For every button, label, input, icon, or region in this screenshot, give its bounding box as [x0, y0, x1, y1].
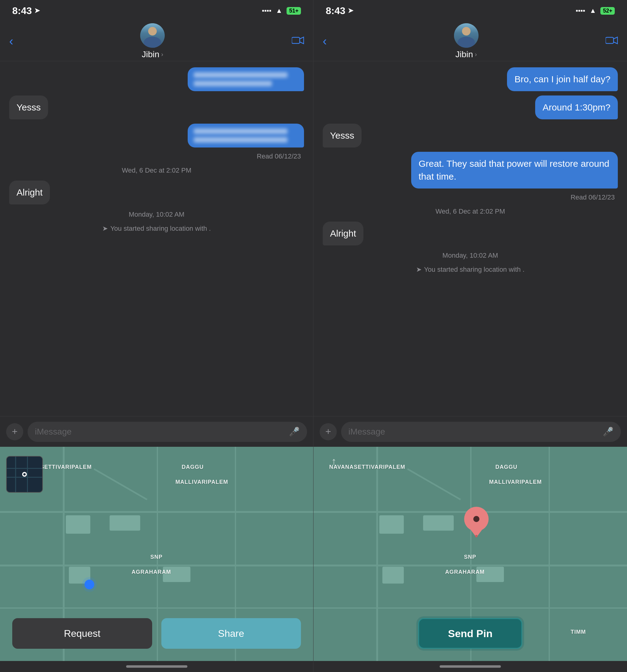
plus-button-left[interactable]: +	[6, 423, 23, 440]
map-area-left: NAVANASETTIVARIPALEM DAGGU MALLIVARIPALE…	[0, 447, 313, 661]
map-label-timm-r: TIMM	[571, 629, 586, 635]
status-bar-right: 8:43 ➤ ▪▪▪▪ ▲ 52+	[314, 0, 627, 21]
video-button-left[interactable]	[292, 35, 304, 48]
battery-left: 51+	[286, 7, 301, 15]
left-panel: 8:43 ➤ ▪▪▪▪ ▲ 51+ ‹ Jibin	[0, 0, 314, 672]
nav-bar-left: ‹ Jibin ›	[0, 21, 313, 61]
alright-bubble-right: Alright	[323, 221, 364, 245]
nav-center-left: Jibin ›	[140, 23, 165, 59]
message-row	[9, 124, 304, 147]
map-thumbnail-left[interactable]	[6, 456, 43, 493]
signal-icon-right: ▪▪▪▪	[576, 7, 585, 15]
video-button-right[interactable]	[606, 35, 618, 48]
back-button-right[interactable]: ‹	[323, 34, 327, 48]
svg-rect-8	[606, 37, 613, 44]
map-buttons-left: Request Share	[0, 618, 313, 649]
blurred-bubble	[188, 67, 304, 91]
input-placeholder-right: iMessage	[348, 427, 385, 437]
location-notice: ➤ You started sharing location with .	[9, 224, 304, 233]
plus-button-right[interactable]: +	[320, 423, 337, 440]
status-time-left: 8:43 ➤	[12, 5, 40, 17]
message-row: Yesss	[9, 95, 304, 119]
map-label-malli-r: MALLIVARIPALEM	[489, 479, 541, 485]
contact-name-left[interactable]: Jibin	[142, 50, 160, 59]
send-pin-wrapper: Send Pin	[418, 618, 522, 649]
home-bar	[440, 665, 501, 668]
message-bubble: Bro, can I join half day?	[507, 67, 618, 91]
svg-rect-0	[292, 37, 300, 44]
message-row: Bro, can I join half day?	[323, 67, 618, 91]
blur-line	[194, 81, 272, 86]
avatar-image-right	[454, 23, 479, 48]
map-block	[382, 567, 404, 583]
message-row	[9, 67, 304, 91]
map-block	[423, 515, 454, 531]
avatar-image-left	[140, 23, 165, 48]
blurred-bubble	[188, 124, 304, 147]
status-time-right: 8:43 ➤	[326, 5, 353, 17]
map-label-agra-r: AGRAHARAM	[445, 569, 485, 575]
input-placeholder-left: iMessage	[35, 427, 72, 437]
map-label-snp: SNP	[150, 554, 163, 560]
home-indicator-right	[314, 661, 627, 672]
timestamp: Monday, 10:02 AM	[9, 211, 304, 218]
input-bar-right: + iMessage 🎤	[314, 416, 627, 447]
request-button[interactable]: Request	[12, 618, 152, 649]
svg-point-7	[23, 473, 26, 476]
message-row: Alright	[9, 181, 304, 205]
wifi-icon: ▲	[276, 7, 283, 15]
map-label-navanasetti-r: NAVANASETTIVARIPALEM	[329, 464, 405, 470]
location-arrow-small-icon: ➤	[102, 224, 108, 233]
location-arrow-small-icon-right: ➤	[416, 266, 422, 273]
status-icons-left: ▪▪▪▪ ▲ 51+	[262, 7, 301, 15]
contact-name-right[interactable]: Jibin	[456, 50, 473, 59]
thumbnail-inner	[7, 457, 42, 492]
imessage-input-right[interactable]: iMessage 🎤	[341, 422, 621, 442]
location-notice-right: ➤ You started sharing location with .	[323, 266, 618, 273]
mic-icon-left[interactable]: 🎤	[289, 427, 300, 437]
message-row: Yesss	[323, 124, 618, 147]
read-receipt-left: Read 06/12/23	[9, 152, 304, 160]
map-label-daggu-r: DAGGU	[495, 464, 517, 470]
navigation-arrow-icon: ↑	[331, 455, 336, 467]
imessage-input-left[interactable]: iMessage 🎤	[27, 422, 307, 442]
avatar-left[interactable]	[140, 23, 165, 48]
message-bubble: Great. They said that power will restore…	[411, 152, 618, 189]
message-bubble: Around 1:30pm?	[535, 95, 618, 119]
back-button-left[interactable]: ‹	[9, 34, 13, 48]
location-pin-right	[464, 507, 489, 537]
signal-icon: ▪▪▪▪	[262, 7, 271, 15]
battery-right: 52+	[600, 7, 615, 15]
right-panel: 8:43 ➤ ▪▪▪▪ ▲ 52+ ‹ Jibin	[314, 0, 627, 672]
status-icons-right: ▪▪▪▪ ▲ 52+	[576, 7, 615, 15]
map-block	[110, 515, 140, 531]
read-receipt-right: Read 06/12/23	[323, 193, 618, 201]
map-area-right: NAVANASETTIVARIPALEM DAGGU MALLIVARIPALE…	[314, 447, 627, 661]
blur-line	[194, 137, 287, 143]
map-block	[379, 515, 404, 534]
message-row: Around 1:30pm?	[323, 95, 618, 119]
message-bubble: Yesss	[323, 124, 362, 147]
home-bar	[126, 665, 187, 668]
contact-chevron-left: ›	[161, 51, 163, 58]
location-dot-left	[85, 580, 94, 590]
map-block	[66, 515, 90, 534]
avatar-right[interactable]	[454, 23, 479, 48]
home-indicator-left	[0, 661, 313, 672]
map-road	[549, 447, 550, 661]
map-label-malli: MALLIVARIPALEM	[176, 479, 228, 485]
location-arrow-icon: ➤	[34, 7, 40, 15]
send-pin-button[interactable]: Send Pin	[418, 618, 522, 649]
messages-area-left: Yesss Read 06/12/23 Wed, 6 Dec at 2:02 P…	[0, 61, 313, 416]
share-button[interactable]: Share	[161, 618, 301, 649]
map-road	[376, 447, 378, 661]
wifi-icon-right: ▲	[590, 7, 596, 15]
message-row: Alright	[323, 221, 618, 245]
contact-chevron-right: ›	[475, 51, 477, 58]
map-label-daggu: DAGGU	[182, 464, 204, 470]
mic-icon-right[interactable]: 🎤	[603, 427, 613, 437]
timestamp: Wed, 6 Dec at 2:02 PM	[323, 208, 618, 215]
nav-bar-right: ‹ Jibin ›	[314, 21, 627, 61]
message-bubble: Yesss	[9, 95, 48, 119]
map-label-agra: AGRAHARAM	[132, 569, 171, 575]
